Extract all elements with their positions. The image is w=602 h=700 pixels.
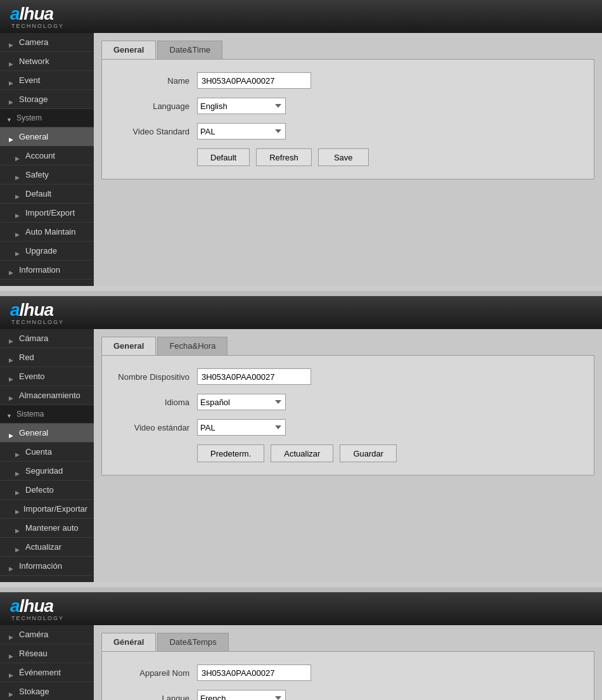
header: alhua TECHNOLOGY — [0, 0, 602, 33]
form-label-0: Nombre Dispositivo — [115, 372, 197, 382]
logo-subtitle: TECHNOLOGY — [11, 319, 64, 325]
form-text-input-0[interactable] — [197, 368, 311, 385]
arrow-right-icon — [9, 392, 15, 399]
button-row: Predeterm.ActualizarGuardar — [197, 444, 581, 462]
tab-bar: GeneralFecha&Hora — [101, 337, 594, 355]
form-text-input-0[interactable] — [197, 664, 311, 681]
form-select-1[interactable]: FrenchEnglishEspañol — [197, 690, 286, 700]
tab-1[interactable]: Date&Time — [157, 41, 222, 59]
button-1[interactable]: Actualizar — [271, 444, 333, 462]
arrow-right-icon — [15, 191, 22, 197]
sidebar-item-5[interactable]: General — [0, 424, 94, 443]
sidebar-item-10[interactable]: Auto Maintain — [0, 223, 94, 242]
logo-subtitle: TECHNOLOGY — [11, 615, 64, 621]
arrow-right-icon — [9, 267, 15, 273]
logo-a-letter: a — [10, 4, 20, 23]
form-select-2[interactable]: PALNTSC — [197, 123, 286, 139]
button-0[interactable]: Predeterm. — [197, 444, 264, 462]
sidebar-item-3[interactable]: Almacenamiento — [0, 386, 94, 405]
sidebar-item-2[interactable]: Evento — [0, 367, 94, 386]
button-1[interactable]: Refresh — [256, 148, 312, 166]
arrow-right-icon — [9, 134, 15, 140]
sidebar-item-4[interactable]: Sistema — [0, 405, 94, 424]
sidebar-item-12[interactable]: Information — [0, 261, 94, 280]
main-layout: CámaraRedEventoAlmacenamientoSistemaGene… — [0, 329, 602, 582]
form-row-1: LangueFrenchEnglishEspañol — [115, 690, 581, 700]
sidebar-label: Event — [19, 75, 40, 85]
sidebar-label: Auto Maintain — [25, 227, 76, 237]
tab-1[interactable]: Date&Temps — [157, 633, 228, 651]
sidebar-label: Actualizar — [25, 542, 61, 552]
sidebar-item-6[interactable]: Account — [0, 146, 94, 165]
button-2[interactable]: Guardar — [340, 444, 397, 462]
sidebar-item-12[interactable]: Información — [0, 557, 94, 576]
sidebar-item-11[interactable]: Actualizar — [0, 538, 94, 557]
sidebar-label: Evento — [19, 372, 44, 381]
logo-text: lhua — [20, 596, 54, 616]
arrow-right-icon — [15, 449, 22, 455]
tab-0[interactable]: General — [101, 41, 156, 59]
sidebar-item-0[interactable]: Camera — [0, 33, 94, 52]
sidebar-item-3[interactable]: Stokage — [0, 682, 94, 700]
tab-0[interactable]: General — [101, 337, 156, 355]
sidebar-item-0[interactable]: Cámara — [0, 329, 94, 348]
sidebar-label: Default — [25, 189, 51, 198]
arrow-right-icon — [9, 430, 15, 436]
arrow-right-icon — [9, 354, 15, 361]
form-row-2: Video estándarPALNTSC — [115, 419, 581, 436]
logo-text: lhua — [20, 300, 54, 320]
logo-subtitle: TECHNOLOGY — [11, 23, 64, 29]
sidebar-item-9[interactable]: Import/Export — [0, 204, 94, 223]
sidebar-item-9[interactable]: Importar/Exportar — [0, 500, 94, 519]
header: alhua TECHNOLOGY — [0, 592, 602, 625]
arrow-right-icon — [9, 58, 15, 65]
sidebar-item-5[interactable]: General — [0, 127, 94, 146]
sidebar: CámaraRedEventoAlmacenamientoSistemaGene… — [0, 329, 94, 582]
tab-1[interactable]: Fecha&Hora — [157, 337, 227, 355]
button-0[interactable]: Default — [197, 148, 250, 166]
sidebar-label: Camera — [19, 37, 48, 47]
form-select-2[interactable]: PALNTSC — [197, 419, 286, 436]
sidebar-item-11[interactable]: Upgrade — [0, 242, 94, 261]
logo: alhua TECHNOLOGY — [10, 4, 64, 29]
logo-text: lhua — [20, 4, 54, 23]
sidebar-item-1[interactable]: Red — [0, 348, 94, 367]
arrow-right-icon — [15, 506, 20, 512]
sidebar-item-3[interactable]: Storage — [0, 90, 94, 109]
sidebar-label: General — [19, 132, 48, 141]
sidebar-item-6[interactable]: Cuenta — [0, 443, 94, 462]
sidebar-item-8[interactable]: Default — [0, 185, 94, 204]
sidebar-item-2[interactable]: Event — [0, 71, 94, 90]
arrow-right-icon — [15, 525, 22, 531]
form-label-2: Video estándar — [115, 423, 197, 432]
sidebar-label: Import/Export — [25, 208, 75, 217]
main-layout: CaméraRéseauÉvénementStokageSystèmeGénér… — [0, 625, 602, 700]
sidebar-item-8[interactable]: Defecto — [0, 481, 94, 500]
button-2[interactable]: Save — [318, 148, 369, 166]
form-panel: NameLanguageEnglishSpanishFrenchVideo St… — [101, 59, 594, 179]
form-row-1: LanguageEnglishSpanishFrench — [115, 98, 581, 114]
logo-a-letter: a — [10, 300, 20, 320]
form-text-input-0[interactable] — [197, 72, 311, 89]
sidebar-label: Network — [19, 56, 49, 66]
sidebar-item-4[interactable]: System — [0, 109, 94, 127]
sidebar-item-1[interactable]: Network — [0, 52, 94, 71]
tab-0[interactable]: Général — [101, 633, 156, 651]
arrow-right-icon — [9, 632, 15, 638]
sidebar-label: Safety — [25, 170, 49, 179]
arrow-right-icon — [9, 373, 15, 380]
sidebar-item-10[interactable]: Mantener auto — [0, 519, 94, 538]
sidebar-item-7[interactable]: Seguridad — [0, 462, 94, 481]
form-select-1[interactable]: EspañolEnglishFrench — [197, 394, 286, 410]
arrow-right-icon — [15, 544, 22, 550]
sidebar-item-7[interactable]: Safety — [0, 165, 94, 185]
arrow-right-icon — [9, 39, 15, 46]
sidebar-item-0[interactable]: Caméra — [0, 625, 94, 644]
form-label-1: Language — [115, 101, 197, 111]
sidebar-label: Réseau — [19, 649, 48, 658]
form-select-1[interactable]: EnglishSpanishFrench — [197, 98, 286, 114]
sidebar-item-2[interactable]: Événement — [0, 663, 94, 682]
sidebar-item-1[interactable]: Réseau — [0, 644, 94, 663]
form-row-0: Appareil Nom — [115, 664, 581, 681]
sidebar-label: Stokage — [19, 687, 49, 696]
